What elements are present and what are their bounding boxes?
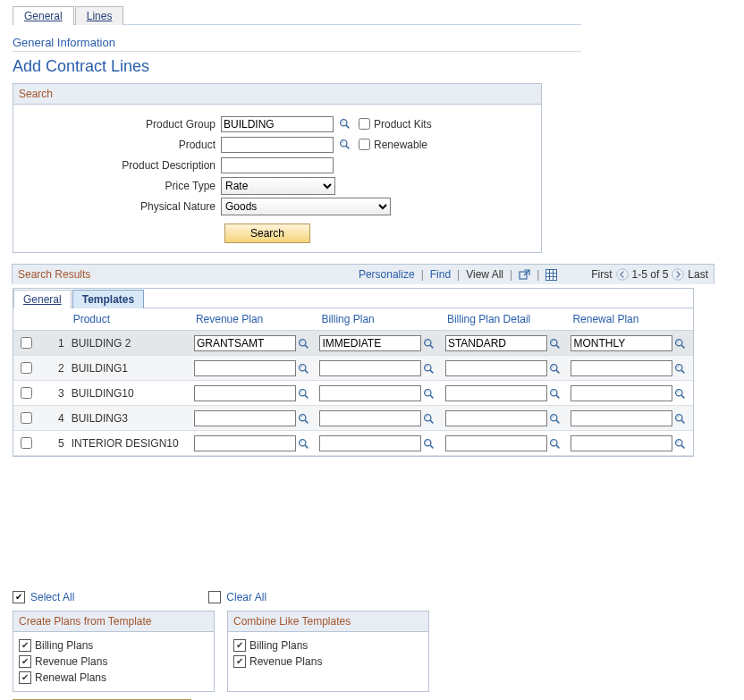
combine-billing-checkbox[interactable]: ✔ [233,639,246,652]
table-row: 3BUILDING10 [13,381,693,406]
revenue-plan-input[interactable] [194,385,296,401]
combine-revenue-checkbox[interactable]: ✔ [233,655,246,668]
results-title: Search Results [18,268,90,281]
col-billing-plan[interactable]: Billing Plan [316,308,442,331]
renewal-plans-label: Renewal Plans [35,671,106,684]
product-description-label: Product Description [13,159,221,172]
magnifier-icon[interactable] [423,388,435,400]
billing-plan-input[interactable] [319,385,421,401]
product-description-input[interactable] [221,157,334,173]
view-all-link[interactable]: View All [466,268,503,281]
magnifier-icon[interactable] [339,118,351,130]
row-checkbox[interactable] [21,387,32,399]
grid-icon[interactable] [545,269,557,281]
row-number: 4 [41,406,68,431]
physical-nature-label: Physical Nature [13,200,221,213]
search-button[interactable]: Search [224,223,310,243]
price-type-select[interactable]: Rate [221,177,335,195]
billing-plan-detail-input[interactable] [445,410,547,426]
row-number: 1 [41,331,68,356]
product-input[interactable] [221,137,334,153]
combine-group: Combine Like Templates ✔Billing Plans ✔R… [227,611,429,692]
billing-plan-input[interactable] [319,360,421,376]
billing-plan-input[interactable] [319,435,421,451]
revenue-plans-checkbox[interactable]: ✔ [19,655,31,668]
magnifier-icon[interactable] [298,388,309,400]
select-row: ✔ Select All Clear All [13,591,744,603]
renewal-plan-input[interactable] [571,335,672,351]
magnifier-icon[interactable] [549,413,561,425]
col-renewal-plan[interactable]: Renewal Plan [567,308,693,331]
subtab-templates[interactable]: Templates [72,290,144,308]
magnifier-icon[interactable] [549,388,561,400]
magnifier-icon[interactable] [674,338,686,350]
magnifier-icon[interactable] [298,338,309,350]
magnifier-icon[interactable] [549,338,561,350]
magnifier-icon[interactable] [549,438,561,450]
renewable-checkbox[interactable] [359,139,370,150]
revenue-plan-input[interactable] [194,360,296,376]
magnifier-icon[interactable] [674,438,686,450]
magnifier-icon[interactable] [298,438,309,450]
magnifier-icon[interactable] [423,438,435,450]
revenue-plan-input[interactable] [194,435,296,451]
row-checkbox[interactable] [21,412,32,424]
billing-plans-label: Billing Plans [35,639,93,652]
magnifier-icon[interactable] [674,363,686,375]
billing-plan-input[interactable] [319,335,421,351]
renewal-plan-input[interactable] [571,385,672,401]
magnifier-icon[interactable] [674,388,686,400]
combine-header: Combine Like Templates [228,611,428,632]
row-checkbox[interactable] [21,437,32,449]
product-kits-checkbox[interactable] [359,118,370,130]
subtab-general[interactable]: General [13,290,72,308]
pager-last[interactable]: Last [688,268,708,281]
tab-general[interactable]: General [13,6,74,25]
table-row: 1BUILDING 2 [13,331,693,356]
magnifier-icon[interactable] [549,363,561,375]
table-row: 5INTERIOR DESIGN10 [13,431,693,456]
col-revenue-plan[interactable]: Revenue Plan [190,308,317,331]
pager-next-icon[interactable] [672,268,684,281]
search-group: Search Product Group Product Kits Produc… [13,83,542,253]
billing-plan-detail-input[interactable] [445,385,547,401]
pager-prev-icon[interactable] [616,268,629,281]
row-checkbox[interactable] [21,337,32,349]
billing-plan-detail-input[interactable] [445,435,547,451]
magnifier-icon[interactable] [298,413,309,425]
find-link[interactable]: Find [430,268,451,281]
renewal-plan-input[interactable] [571,360,672,376]
renewal-plan-input[interactable] [571,435,672,451]
renewal-plan-input[interactable] [571,410,672,426]
select-all-link[interactable]: ✔ Select All [13,591,74,603]
magnifier-icon[interactable] [423,338,435,350]
pager-first[interactable]: First [591,268,612,281]
divider [13,51,581,52]
personalize-link[interactable]: Personalize [359,268,415,281]
billing-plan-input[interactable] [319,410,421,426]
magnifier-icon[interactable] [423,413,435,425]
clear-all-label: Clear All [226,591,266,603]
physical-nature-select[interactable]: Goods [221,198,391,215]
row-checkbox[interactable] [21,362,32,374]
magnifier-icon[interactable] [339,139,351,150]
popout-icon[interactable] [519,269,530,281]
revenue-plan-input[interactable] [194,335,296,351]
magnifier-icon[interactable] [298,363,309,375]
create-plans-group: Create Plans from Template ✔Billing Plan… [13,611,215,692]
magnifier-icon[interactable] [674,413,686,425]
renewal-plans-checkbox[interactable]: ✔ [19,671,31,684]
clear-all-link[interactable]: Clear All [208,591,266,603]
col-product[interactable]: Product [68,308,190,331]
product-group-input[interactable] [221,116,334,132]
revenue-plan-input[interactable] [194,410,296,426]
row-product: BUILDING3 [68,406,190,431]
tab-lines[interactable]: Lines [75,6,124,25]
product-label: Product [13,139,221,151]
billing-plan-detail-input[interactable] [445,335,547,351]
col-billing-plan-detail[interactable]: Billing Plan Detail [442,308,568,331]
billing-plan-detail-input[interactable] [445,360,547,376]
magnifier-icon[interactable] [423,363,435,375]
billing-plans-checkbox[interactable]: ✔ [19,639,31,652]
renewable-label: Renewable [374,139,427,151]
